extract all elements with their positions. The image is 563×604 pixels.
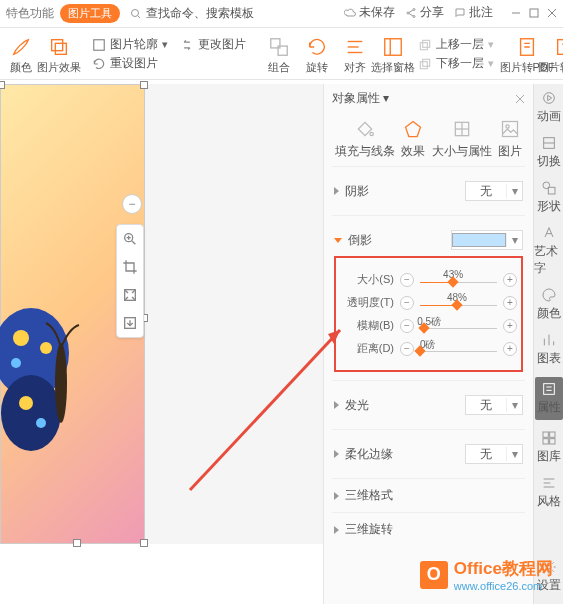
effect-button[interactable]: 图片效果 [42,34,76,77]
resize-handle[interactable] [0,81,5,89]
tab-effect[interactable]: 效果 [401,119,425,160]
watermark-title: Office教程网 [454,557,553,580]
distance-slider[interactable]: 0磅 [420,342,497,356]
size-increase[interactable]: + [503,273,517,287]
resize-handle[interactable] [140,539,148,547]
search-icon [130,8,142,20]
sidetab-attr[interactable]: 属性 [535,377,563,420]
search-box[interactable]: 查找命令、搜索模板 [130,5,254,22]
section-shadow[interactable]: 阴影 [334,183,369,200]
select-pane-button[interactable]: 选择窗格 [376,34,410,77]
blur-slider[interactable]: 0.5磅 [420,319,497,333]
svg-point-30 [40,342,52,354]
sidetab-lib[interactable]: 图库 [537,430,561,465]
trans-increase[interactable]: + [503,296,517,310]
svg-rect-63 [549,439,554,444]
chart-icon [541,332,557,348]
blur-decrease[interactable]: − [400,319,414,333]
comment-button[interactable]: 批注 [454,4,493,21]
svg-line-36 [132,241,135,244]
svg-rect-53 [548,187,555,194]
cloud-icon [344,7,356,19]
group-button[interactable]: 组合 [262,34,296,77]
section-soft-edge[interactable]: 柔化边缘 [334,446,393,463]
brush-icon [10,36,32,58]
tab-fill[interactable]: 填充与线条 [335,119,395,160]
highlight-box: 大小(S) − 43% + 透明度(T) − 48% + 模糊(B) − [334,256,523,372]
svg-rect-17 [385,39,402,56]
svg-rect-47 [502,122,517,137]
unsaved-status[interactable]: 未保存 [344,4,395,21]
group-icon [268,36,290,58]
export-button[interactable] [117,309,143,337]
svg-rect-10 [55,43,66,54]
feature-tab[interactable]: 特色功能 [6,5,54,22]
to-text-button[interactable]: 图片转文字 [548,34,563,77]
sidetab-shape[interactable]: 形状 [537,180,561,215]
sidetab-style[interactable]: 风格 [537,475,561,510]
svg-point-3 [407,12,409,14]
dist-increase[interactable]: + [503,342,517,356]
sidetab-switch[interactable]: 切换 [537,135,561,170]
section-reflection[interactable]: 倒影 [334,232,372,249]
move-up-button[interactable]: 上移一层 ▾ [418,36,494,53]
blur-increase[interactable]: + [503,319,517,333]
align-button[interactable]: 对齐 [338,34,372,77]
zoom-out-button[interactable]: − [122,194,142,214]
side-tab-rail: 动画 切换 形状 艺术字 颜色 图表 属性 图库 风格 设置 [533,84,563,604]
change-icon [180,38,194,52]
section-3d-rotate[interactable]: 三维旋转 [334,521,523,538]
attr-icon [541,381,557,397]
dist-decrease[interactable]: − [400,342,414,356]
close-icon[interactable] [547,8,557,18]
sidetab-art[interactable]: 艺术字 [534,225,563,277]
resize-handle[interactable] [73,539,81,547]
soft-edge-select[interactable]: 无▾ [465,444,523,464]
sidetab-anim[interactable]: 动画 [537,90,561,125]
sidetab-color[interactable]: 颜色 [537,287,561,322]
svg-rect-62 [543,439,548,444]
svg-point-31 [11,358,21,368]
share-button[interactable]: 分享 [405,4,444,21]
glow-select[interactable]: 无▾ [465,395,523,415]
svg-rect-57 [543,384,554,395]
transparency-slider[interactable]: 48% [420,296,497,310]
up-icon [418,38,432,52]
color-button[interactable]: 颜色 [4,34,38,77]
pentagon-icon [403,119,423,139]
move-down-button[interactable]: 下移一层 ▾ [418,55,494,72]
section-3d-format[interactable]: 三维格式 [334,487,523,504]
search-placeholder: 查找命令、搜索模板 [146,5,254,22]
tab-size[interactable]: 大小与属性 [432,119,492,160]
section-glow[interactable]: 发光 [334,397,369,414]
reflection-select[interactable]: ▾ [451,230,523,250]
svg-point-2 [413,8,415,10]
sidetab-chart[interactable]: 图表 [537,332,561,367]
outline-icon [92,38,106,52]
minimize-icon[interactable] [511,8,521,18]
tab-picture[interactable]: 图片 [498,119,522,160]
pane-icon [382,36,404,58]
size-decrease[interactable]: − [400,273,414,287]
rotate-button[interactable]: 旋转 [300,34,334,77]
rotate-icon [306,36,328,58]
close-panel-icon[interactable] [515,94,525,104]
shadow-select[interactable]: 无▾ [465,181,523,201]
down-icon [418,57,432,71]
blur-label: 模糊(B) [340,318,394,333]
compress-button[interactable] [117,281,143,309]
maximize-icon[interactable] [529,8,539,18]
canvas-area[interactable]: − [0,84,323,544]
butterfly-image[interactable] [0,293,111,463]
image-tools-pill[interactable]: 图片工具 [60,4,120,23]
reset-button[interactable]: 重设图片 [92,55,168,72]
outline-button[interactable]: 图片轮廓 ▾ [92,36,168,53]
trans-decrease[interactable]: − [400,296,414,310]
svg-rect-22 [420,61,427,68]
change-button[interactable]: 更改图片 [180,36,246,53]
svg-rect-21 [423,59,430,66]
zoom-in-button[interactable] [117,225,143,253]
crop-button[interactable] [117,253,143,281]
size-slider[interactable]: 43% [420,273,497,287]
resize-handle[interactable] [140,81,148,89]
